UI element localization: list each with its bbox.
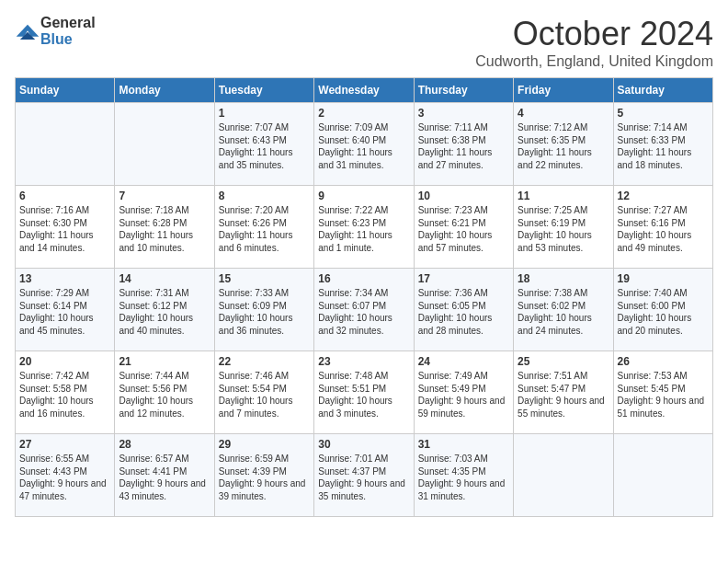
calendar-cell: 26Sunrise: 7:53 AM Sunset: 5:45 PM Dayli… [613, 351, 712, 434]
day-info: Sunrise: 7:33 AM Sunset: 6:09 PM Dayligh… [219, 287, 310, 337]
day-number: 11 [518, 190, 609, 202]
calendar-cell: 5Sunrise: 7:14 AM Sunset: 6:33 PM Daylig… [613, 103, 712, 186]
day-number: 29 [219, 438, 310, 451]
day-info: Sunrise: 7:01 AM Sunset: 4:37 PM Dayligh… [318, 453, 409, 502]
header-monday: Monday [115, 78, 214, 103]
month-title: October 2024 [475, 15, 713, 53]
calendar-cell [613, 434, 712, 517]
calendar-cell: 20Sunrise: 7:42 AM Sunset: 5:58 PM Dayli… [16, 351, 115, 434]
calendar-cell: 8Sunrise: 7:20 AM Sunset: 6:26 PM Daylig… [214, 186, 313, 269]
day-number: 30 [318, 438, 409, 451]
day-number: 7 [119, 190, 210, 202]
day-number: 26 [618, 355, 709, 368]
calendar-week-5: 27Sunrise: 6:55 AM Sunset: 4:43 PM Dayli… [16, 434, 713, 517]
day-info: Sunrise: 7:31 AM Sunset: 6:12 PM Dayligh… [119, 287, 210, 337]
calendar-cell: 6Sunrise: 7:16 AM Sunset: 6:30 PM Daylig… [16, 186, 115, 269]
calendar-cell: 16Sunrise: 7:34 AM Sunset: 6:07 PM Dayli… [314, 269, 414, 351]
calendar-cell [514, 434, 613, 517]
day-info: Sunrise: 7:20 AM Sunset: 6:26 PM Dayligh… [219, 204, 310, 254]
title-block: October 2024 Cudworth, England, United K… [475, 15, 713, 70]
day-info: Sunrise: 7:29 AM Sunset: 6:14 PM Dayligh… [19, 287, 110, 337]
day-info: Sunrise: 7:42 AM Sunset: 5:58 PM Dayligh… [19, 370, 110, 419]
calendar-cell: 1Sunrise: 7:07 AM Sunset: 6:43 PM Daylig… [214, 103, 313, 186]
day-info: Sunrise: 7:12 AM Sunset: 6:35 PM Dayligh… [518, 121, 609, 171]
day-number: 8 [219, 190, 310, 202]
calendar-cell: 23Sunrise: 7:48 AM Sunset: 5:51 PM Dayli… [314, 351, 414, 434]
calendar-cell: 28Sunrise: 6:57 AM Sunset: 4:41 PM Dayli… [115, 434, 214, 517]
day-info: Sunrise: 7:27 AM Sunset: 6:16 PM Dayligh… [618, 204, 709, 254]
header-friday: Friday [514, 78, 613, 103]
calendar-cell: 7Sunrise: 7:18 AM Sunset: 6:28 PM Daylig… [115, 186, 214, 269]
day-info: Sunrise: 6:55 AM Sunset: 4:43 PM Dayligh… [19, 453, 110, 502]
day-number: 6 [19, 190, 110, 202]
day-info: Sunrise: 7:34 AM Sunset: 6:07 PM Dayligh… [318, 287, 409, 337]
day-number: 2 [318, 107, 409, 120]
day-number: 24 [418, 355, 509, 368]
day-number: 28 [119, 438, 210, 451]
day-number: 14 [119, 272, 210, 285]
day-info: Sunrise: 7:07 AM Sunset: 6:43 PM Dayligh… [219, 121, 310, 171]
calendar-cell: 2Sunrise: 7:09 AM Sunset: 6:40 PM Daylig… [314, 103, 414, 186]
day-info: Sunrise: 7:03 AM Sunset: 4:35 PM Dayligh… [418, 453, 509, 502]
logo: General Blue [15, 15, 96, 47]
calendar-cell: 9Sunrise: 7:22 AM Sunset: 6:23 PM Daylig… [314, 186, 414, 269]
day-info: Sunrise: 7:51 AM Sunset: 5:47 PM Dayligh… [518, 370, 609, 419]
day-number: 22 [219, 355, 310, 368]
calendar-header-row: SundayMondayTuesdayWednesdayThursdayFrid… [16, 78, 713, 103]
header-tuesday: Tuesday [214, 78, 313, 103]
day-number: 9 [318, 190, 409, 202]
calendar-cell: 3Sunrise: 7:11 AM Sunset: 6:38 PM Daylig… [414, 103, 513, 186]
calendar-cell: 14Sunrise: 7:31 AM Sunset: 6:12 PM Dayli… [115, 269, 214, 351]
calendar-week-2: 6Sunrise: 7:16 AM Sunset: 6:30 PM Daylig… [16, 186, 713, 269]
calendar-week-1: 1Sunrise: 7:07 AM Sunset: 6:43 PM Daylig… [16, 103, 713, 186]
calendar-cell: 22Sunrise: 7:46 AM Sunset: 5:54 PM Dayli… [214, 351, 313, 434]
logo-blue: Blue [40, 31, 96, 48]
calendar-cell: 21Sunrise: 7:44 AM Sunset: 5:56 PM Dayli… [115, 351, 214, 434]
day-info: Sunrise: 7:53 AM Sunset: 5:45 PM Dayligh… [618, 370, 709, 419]
header-saturday: Saturday [613, 78, 712, 103]
day-info: Sunrise: 7:40 AM Sunset: 6:00 PM Dayligh… [618, 287, 709, 337]
calendar-cell [115, 103, 214, 186]
calendar-cell: 25Sunrise: 7:51 AM Sunset: 5:47 PM Dayli… [514, 351, 613, 434]
calendar-cell: 24Sunrise: 7:49 AM Sunset: 5:49 PM Dayli… [414, 351, 513, 434]
day-number: 27 [19, 438, 110, 451]
calendar-week-4: 20Sunrise: 7:42 AM Sunset: 5:58 PM Dayli… [16, 351, 713, 434]
calendar-cell: 31Sunrise: 7:03 AM Sunset: 4:35 PM Dayli… [414, 434, 513, 517]
logo-icon [15, 23, 40, 40]
calendar-cell [16, 103, 115, 186]
calendar-cell: 13Sunrise: 7:29 AM Sunset: 6:14 PM Dayli… [16, 269, 115, 351]
day-info: Sunrise: 7:23 AM Sunset: 6:21 PM Dayligh… [418, 204, 509, 254]
calendar-cell: 10Sunrise: 7:23 AM Sunset: 6:21 PM Dayli… [414, 186, 513, 269]
day-info: Sunrise: 7:16 AM Sunset: 6:30 PM Dayligh… [19, 204, 110, 254]
day-info: Sunrise: 7:25 AM Sunset: 6:19 PM Dayligh… [518, 204, 609, 254]
calendar-week-3: 13Sunrise: 7:29 AM Sunset: 6:14 PM Dayli… [16, 269, 713, 351]
day-number: 13 [19, 272, 110, 285]
day-info: Sunrise: 7:22 AM Sunset: 6:23 PM Dayligh… [318, 204, 409, 254]
calendar-cell: 29Sunrise: 6:59 AM Sunset: 4:39 PM Dayli… [214, 434, 313, 517]
day-number: 15 [219, 272, 310, 285]
location-title: Cudworth, England, United Kingdom [475, 53, 713, 70]
day-number: 16 [318, 272, 409, 285]
day-number: 1 [219, 107, 310, 120]
day-info: Sunrise: 7:14 AM Sunset: 6:33 PM Dayligh… [618, 121, 709, 171]
calendar-table: SundayMondayTuesdayWednesdayThursdayFrid… [15, 77, 713, 517]
day-info: Sunrise: 7:38 AM Sunset: 6:02 PM Dayligh… [518, 287, 609, 337]
day-number: 17 [418, 272, 509, 285]
header-sunday: Sunday [16, 78, 115, 103]
day-info: Sunrise: 7:36 AM Sunset: 6:05 PM Dayligh… [418, 287, 509, 337]
calendar-cell: 19Sunrise: 7:40 AM Sunset: 6:00 PM Dayli… [613, 269, 712, 351]
day-info: Sunrise: 7:48 AM Sunset: 5:51 PM Dayligh… [318, 370, 409, 419]
header-thursday: Thursday [414, 78, 513, 103]
calendar-cell: 30Sunrise: 7:01 AM Sunset: 4:37 PM Dayli… [314, 434, 414, 517]
calendar-cell: 15Sunrise: 7:33 AM Sunset: 6:09 PM Dayli… [214, 269, 313, 351]
day-number: 23 [318, 355, 409, 368]
calendar-cell: 17Sunrise: 7:36 AM Sunset: 6:05 PM Dayli… [414, 269, 513, 351]
calendar-cell: 4Sunrise: 7:12 AM Sunset: 6:35 PM Daylig… [514, 103, 613, 186]
day-number: 4 [518, 107, 609, 120]
day-number: 25 [518, 355, 609, 368]
day-info: Sunrise: 6:57 AM Sunset: 4:41 PM Dayligh… [119, 453, 210, 502]
calendar-cell: 11Sunrise: 7:25 AM Sunset: 6:19 PM Dayli… [514, 186, 613, 269]
day-info: Sunrise: 7:46 AM Sunset: 5:54 PM Dayligh… [219, 370, 310, 419]
day-number: 31 [418, 438, 509, 451]
day-info: Sunrise: 7:49 AM Sunset: 5:49 PM Dayligh… [418, 370, 509, 419]
